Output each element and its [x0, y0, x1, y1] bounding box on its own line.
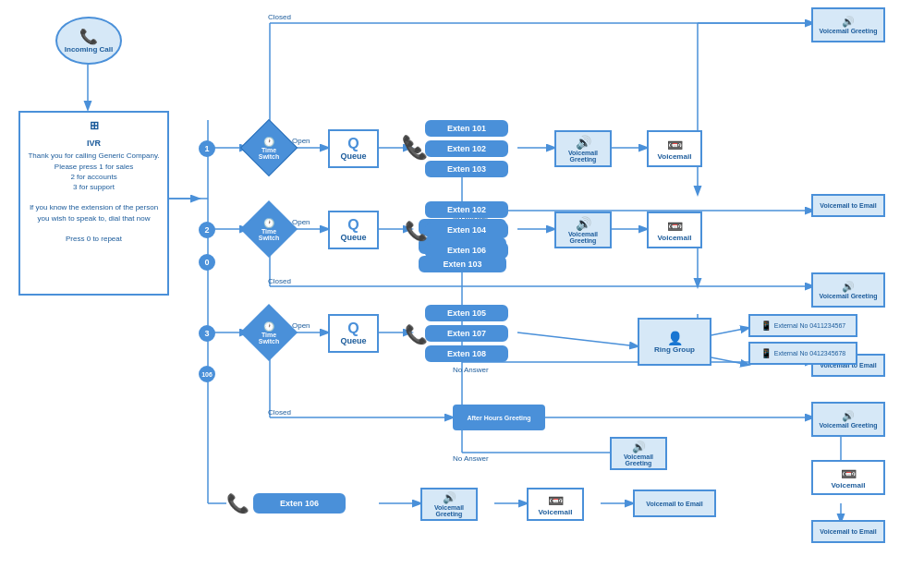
- label-open-1: Open: [292, 137, 310, 145]
- svg-line-33: [517, 332, 638, 346]
- vm-greeting-2[interactable]: 🔊 VoicemailGreeting: [554, 211, 612, 248]
- vm-greeting-4-label: Voicemail Greeting: [820, 422, 878, 429]
- label-no-answer-3: No Answer: [453, 454, 489, 463]
- after-hours-greeting[interactable]: After Hours Greeting: [453, 405, 545, 430]
- vm-greet-top-1-icon: 🔊: [842, 16, 855, 28]
- ext-106b-node[interactable]: Exten 106: [253, 493, 346, 514]
- badge-3[interactable]: 3: [199, 325, 215, 342]
- phone-4-icon: 📞: [226, 492, 249, 514]
- queue-2-label: Queue: [340, 233, 366, 242]
- after-hours-label: After Hours Greeting: [467, 415, 530, 421]
- ivr-label: IVR: [26, 138, 162, 150]
- external-1-label: External No 0411234567: [774, 322, 845, 329]
- vm-email-3[interactable]: Voicemail to Email: [633, 489, 716, 517]
- ring-group[interactable]: 👤 Ring Group: [638, 318, 711, 366]
- voicemail-2[interactable]: 📼 Voicemail: [647, 211, 702, 248]
- phone-icon: 📞: [79, 28, 98, 45]
- mobile-icon-2: 📱: [760, 348, 772, 358]
- vm-email-3-label: Voicemail to Email: [646, 501, 702, 507]
- vm-greeting-3[interactable]: 🔊 Voicemail Greeting: [610, 437, 667, 470]
- time-switch-1[interactable]: 🕐 Time Switch: [245, 127, 293, 168]
- vm-greeting-top-2-label: Voicemail Greeting: [820, 293, 878, 299]
- phone-group-1-container: 📞 Exten 101 Exten 102 Exten 103: [405, 115, 511, 185]
- vm-greeting-top-2[interactable]: 🔊 Voicemail Greeting: [811, 272, 885, 308]
- incoming-call-label: Incoming Call: [65, 45, 113, 54]
- vm-email-1[interactable]: Voicemail to Email: [811, 194, 885, 217]
- external-2[interactable]: 📱 External No 0412345678: [748, 342, 857, 365]
- external-1[interactable]: 📱 External No 0411234567: [748, 314, 857, 337]
- voicemail-2-icon: 📼: [667, 219, 683, 234]
- voicemail-3-label: Voicemail: [539, 508, 573, 516]
- time-switch-2[interactable]: 🕐 Time Switch: [245, 209, 293, 249]
- vm-email-4-label: Voicemail to Email: [820, 528, 876, 535]
- voicemail-4-label: Voicemail: [832, 481, 866, 489]
- vm-greeting-4[interactable]: 🔊 Voicemail Greeting: [811, 402, 885, 437]
- vm-greet-5-icon: 🔊: [443, 491, 456, 504]
- queue-3-label: Queue: [340, 336, 366, 345]
- voicemail-1-label: Voicemail: [658, 152, 692, 161]
- queue-1-icon: Q: [347, 137, 359, 151]
- vm-greet-1-icon: 🔊: [576, 135, 591, 150]
- vm-greeting-2-label: VoicemailGreeting: [568, 231, 598, 244]
- diagram: Open Open Open Closed Closed Closed No A…: [0, 0, 924, 568]
- voicemail-4-icon: 📼: [841, 466, 857, 481]
- ext-107-node[interactable]: Exten 107: [425, 325, 508, 342]
- mobile-icon-1: 📱: [760, 320, 772, 331]
- ivr-box[interactable]: ⊞ IVR Thank you for calling Generic Comp…: [18, 111, 169, 296]
- label-open-3: Open: [292, 321, 310, 330]
- vm-greet-4-icon: 🔊: [842, 410, 855, 422]
- label-closed-1: Closed: [268, 13, 291, 21]
- vm-greeting-1-label: VoicemailGreeting: [568, 150, 598, 163]
- voicemail-3-icon: 📼: [548, 493, 564, 508]
- ext-101-node[interactable]: Exten 101: [425, 120, 508, 137]
- time-switch-3[interactable]: 🕐 Time Switch: [245, 312, 293, 353]
- voicemail-1[interactable]: 📼 Voicemail: [647, 130, 702, 167]
- phone-group-2-container: 📞 Exten 102 Exten 104 Exten 106: [405, 197, 511, 266]
- vm-email-1-label: Voicemail to Email: [820, 202, 876, 209]
- vm-greet-2-icon: 🔊: [576, 216, 591, 231]
- vm-email-4[interactable]: Voicemail to Email: [811, 520, 885, 543]
- voicemail-3[interactable]: 📼 Voicemail: [527, 488, 584, 521]
- phone-group-3-container: 📞 Exten 105 Exten 107 Exten 108: [405, 300, 511, 369]
- vm-greeting-3-label: Voicemail Greeting: [612, 453, 665, 466]
- queue-3-icon: Q: [347, 321, 359, 336]
- vm-greeting-5[interactable]: 🔊 Voicemail Greeting: [420, 488, 478, 521]
- ext-104-node[interactable]: Exten 104: [425, 222, 508, 238]
- ivr-grid-icon: ⊞: [26, 118, 162, 134]
- vm-greeting-top-1-label: Voicemail Greeting: [820, 28, 878, 34]
- queue-3[interactable]: Q Queue: [328, 314, 379, 353]
- ext-103-node[interactable]: Exten 103: [425, 161, 508, 177]
- ext-102b-node[interactable]: Exten 102: [425, 201, 508, 218]
- badge-0[interactable]: 0: [199, 254, 215, 271]
- ring-group-icon: 👤: [667, 331, 683, 345]
- queue-2-icon: Q: [347, 218, 359, 233]
- incoming-call-node[interactable]: 📞 Incoming Call: [55, 17, 122, 65]
- ext-105-node[interactable]: Exten 105: [425, 305, 508, 321]
- queue-1-label: Queue: [340, 151, 366, 161]
- vm-greeting-1[interactable]: 🔊 VoicemailGreeting: [554, 130, 612, 167]
- badge-1[interactable]: 1: [199, 140, 215, 157]
- ext-108-node[interactable]: Exten 108: [425, 345, 508, 362]
- badge-2[interactable]: 2: [199, 222, 215, 238]
- ring-group-label: Ring Group: [654, 345, 695, 354]
- label-closed-3: Closed: [268, 408, 291, 417]
- ext-102a-node[interactable]: Exten 102: [425, 140, 508, 157]
- vm-greet-3-icon: 🔊: [632, 441, 646, 453]
- queue-1[interactable]: Q Queue: [328, 129, 379, 168]
- label-closed-2: Closed: [268, 277, 291, 285]
- ext-106-row: 📞 Exten 106: [226, 489, 383, 517]
- voicemail-4[interactable]: 📼 Voicemail: [811, 460, 885, 495]
- vm-greet-top-2-icon: 🔊: [842, 281, 855, 293]
- vm-greeting-top-1[interactable]: 🔊 Voicemail Greeting: [811, 7, 885, 42]
- external-2-label: External No 0412345678: [774, 350, 845, 357]
- vm-greeting-5-label: Voicemail Greeting: [422, 504, 476, 517]
- voicemail-2-label: Voicemail: [658, 234, 692, 242]
- voicemail-1-icon: 📼: [667, 138, 683, 152]
- ivr-text: Thank you for calling Generic Company.Pl…: [26, 151, 162, 244]
- label-open-2: Open: [292, 218, 310, 226]
- badge-106[interactable]: 106: [199, 366, 215, 382]
- queue-2[interactable]: Q Queue: [328, 211, 379, 249]
- ext-106a-node[interactable]: Exten 106: [425, 242, 508, 259]
